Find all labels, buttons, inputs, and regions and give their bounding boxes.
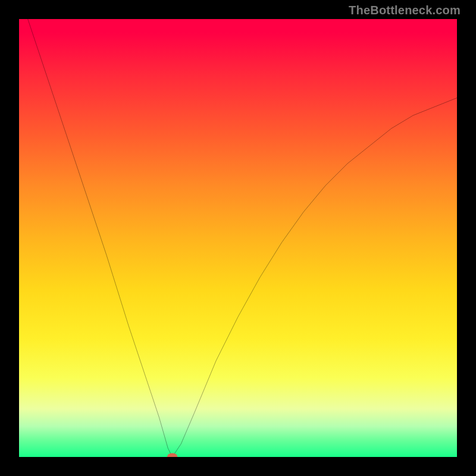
minimum-marker	[167, 453, 178, 457]
bottleneck-curve	[28, 19, 457, 457]
curve-layer	[19, 19, 457, 457]
plot-area	[19, 19, 457, 457]
chart-frame: TheBottleneck.com	[0, 0, 476, 476]
watermark-text: TheBottleneck.com	[349, 4, 461, 17]
